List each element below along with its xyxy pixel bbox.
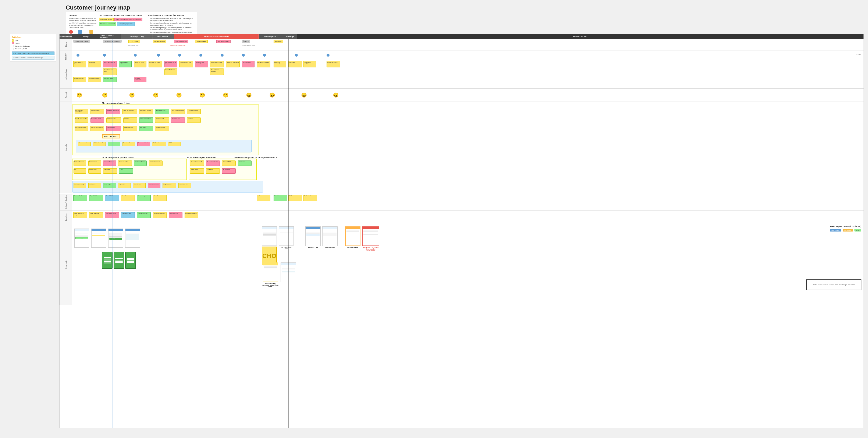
- flow-node-17[interactable]: Données partielles: [74, 126, 88, 131]
- bf-2[interactable]: Notification mail: [93, 142, 105, 146]
- bf-7[interactable]: CHO: [168, 142, 181, 146]
- gl-1[interactable]: Email bienvenue Linky: [73, 212, 87, 218]
- flow-node-18[interactable]: Ma Conso en attente: [91, 126, 104, 131]
- action-note-12[interactable]: Appel service client: [210, 61, 224, 67]
- action-note-2[interactable]: Reçoit mail bienvenue: [88, 61, 101, 67]
- gl-6[interactable]: Alerte dépassement: [153, 212, 166, 218]
- action-note-22[interactable]: Connexion espace: [88, 77, 101, 82]
- gl-4[interactable]: Onboarding 30j: [121, 212, 135, 218]
- bf-1[interactable]: Message d'attente: [78, 142, 91, 146]
- gl-5[interactable]: Email économies: [137, 212, 151, 218]
- action-note-1[interactable]: Souscription en ligne: [73, 61, 86, 67]
- bfr-1[interactable]: Notification Linky: [73, 183, 86, 188]
- flow-node-11[interactable]: FAQ consultée: [106, 117, 121, 123]
- bf-5[interactable]: Erreur persistante: [137, 142, 150, 146]
- action-note-15[interactable]: Pb non résolu: [242, 61, 254, 67]
- gl-2[interactable]: Email Linky actif: [89, 212, 103, 218]
- action-note-9[interactable]: Va sur Ma Conso: [164, 68, 177, 75]
- action-note-20[interactable]: Clôture du contrat: [327, 61, 340, 67]
- flow-node-1[interactable]: Données non disponibles: [74, 109, 88, 114]
- jm-2[interactable]: Pb de régularisation: [206, 160, 220, 166]
- bf-6[interactable]: Réclamation: [152, 142, 166, 146]
- gl-8[interactable]: Email régularisation: [185, 212, 198, 218]
- jc-10[interactable]: Clair: [119, 168, 133, 174]
- util-r4[interactable]: Accès limité: [303, 195, 317, 201]
- acces-btn-2[interactable]: Ma Conso: [843, 229, 853, 232]
- emotion-5: 😐: [176, 92, 182, 98]
- bfr-3[interactable]: Email Engie: [103, 183, 116, 188]
- jc-8[interactable]: Aide en ligne: [88, 168, 101, 174]
- util-1[interactable]: Espace Ma Conso: [73, 195, 87, 201]
- util-2[interactable]: App ENGIE: [89, 195, 103, 201]
- bfr-6[interactable]: Anomalie détectée: [148, 183, 160, 188]
- action-note-11[interactable]: Reçoit facture anormale: [195, 61, 208, 67]
- jm-1[interactable]: Régulation manuelle: [190, 160, 204, 166]
- etape-resiliation: Résiliation: [274, 40, 283, 43]
- gl-7[interactable]: Pop-up facture: [169, 212, 182, 218]
- action-note-10[interactable]: Consulte historique: [179, 61, 193, 67]
- flow-node-19[interactable]: Pb technique: [106, 126, 121, 131]
- action-note-24[interactable]: Données incorrectes: [134, 77, 147, 82]
- action-note-7[interactable]: Consulte données: [149, 61, 162, 67]
- util-r3[interactable]: CHO: [288, 195, 302, 201]
- util-6[interactable]: Bilan Conso: [153, 195, 166, 201]
- util-4[interactable]: Mon Alerte: [121, 195, 135, 201]
- flow-node-2[interactable]: Ma conso vide: [91, 109, 104, 114]
- acces-btn-3[interactable]: Linky: [855, 229, 861, 232]
- action-note-19[interactable]: Confirmation résiliation: [303, 61, 316, 67]
- jm-7[interactable]: Pb persistant: [222, 168, 236, 174]
- flow-node-5[interactable]: Explication donnée: [139, 109, 153, 114]
- action-note-6[interactable]: Vérifie Ma Conso: [134, 61, 147, 67]
- jc-4[interactable]: Appel conseiller: [118, 160, 132, 166]
- action-note-23[interactable]: Activation Linky: [103, 77, 117, 82]
- util-3[interactable]: Web ENGIE: [105, 195, 119, 201]
- bf-3[interactable]: Actualisation: [107, 142, 120, 146]
- action-note-17[interactable]: Résiliation demandée: [274, 61, 286, 67]
- jm-5[interactable]: Alerte conso: [190, 168, 204, 174]
- jm-3[interactable]: Contact ENGIE: [222, 160, 236, 166]
- action-note-4[interactable]: Consulte espace client: [103, 68, 117, 75]
- action-note-21[interactable]: Création compte: [73, 77, 86, 82]
- jc-1[interactable]: Lecture données: [73, 160, 86, 166]
- flow-node-15[interactable]: Délai trop long: [171, 117, 185, 123]
- acces-btn-1[interactable]: Mon compte: [830, 229, 841, 232]
- flow-node-20[interactable]: Diagnostic Linky: [123, 126, 137, 131]
- jc-3[interactable]: Incompréhension: [103, 160, 116, 166]
- flow-node-10[interactable]: Frustration client: [91, 117, 104, 123]
- action-note-14[interactable]: Demande explication: [226, 61, 240, 67]
- bfr-7[interactable]: Régularisation: [162, 183, 176, 188]
- jc-2[interactable]: Comparaison: [88, 160, 101, 166]
- bfr-5[interactable]: Bilan Conso: [133, 183, 146, 188]
- action-note-8[interactable]: Reçoit alerte conso élevée: [164, 61, 177, 67]
- flow-node-13[interactable]: Résolution partielle: [139, 117, 153, 123]
- jm-6[interactable]: Ajustement: [206, 168, 220, 174]
- row-label-guidelines: Guidelines: [60, 210, 72, 224]
- jc-9[interactable]: Tuto vidéo: [103, 168, 117, 174]
- action-note-3[interactable]: Reçoit facture email: [103, 61, 117, 67]
- flow-node-9[interactable]: Pas de données J+1: [74, 117, 88, 123]
- action-note-18[interactable]: CHO saisi: [288, 61, 302, 67]
- cho-doc2-section: Mail confirmation CHO: [279, 227, 294, 250]
- bf-4[interactable]: Données ok: [123, 142, 135, 146]
- jc-6[interactable]: Compréhension ok: [149, 160, 162, 166]
- flow-node-3[interactable]: Données incorrectes: [106, 109, 120, 114]
- action-note-13[interactable]: Régularisation proposée: [210, 68, 224, 75]
- jc-5[interactable]: Explication fournie: [134, 160, 147, 166]
- util-r2[interactable]: Résiliation: [274, 195, 287, 201]
- flow-node-4[interactable]: Appel service client: [122, 109, 137, 114]
- util-5[interactable]: Prog. engagement: [137, 195, 151, 201]
- vsep-2: [157, 39, 157, 428]
- flow-node-7[interactable]: Données actualisées: [171, 109, 185, 114]
- row-actions-content: Souscription en ligne Reçoit mail bienve…: [72, 60, 864, 88]
- action-note-5[interactable]: Linky installé - notification: [119, 61, 132, 67]
- gl-3[interactable]: Pop-up Ma Conso: [105, 212, 119, 218]
- flow-node-21[interactable]: Correction: [139, 126, 153, 131]
- flow-node-12[interactable]: Chat bot: [123, 117, 137, 123]
- bfr-4[interactable]: App mobile: [118, 183, 131, 188]
- bfr-8[interactable]: Résolution CHO: [179, 183, 191, 188]
- jc-7[interactable]: FAQ: [73, 168, 86, 174]
- bfr-2[interactable]: SMS alerte: [88, 183, 101, 188]
- util-r1[interactable]: Au Tacot: [257, 195, 270, 201]
- jm-4[interactable]: Résolution: [238, 160, 252, 166]
- action-note-16[interactable]: Réclamation formelle: [257, 61, 270, 67]
